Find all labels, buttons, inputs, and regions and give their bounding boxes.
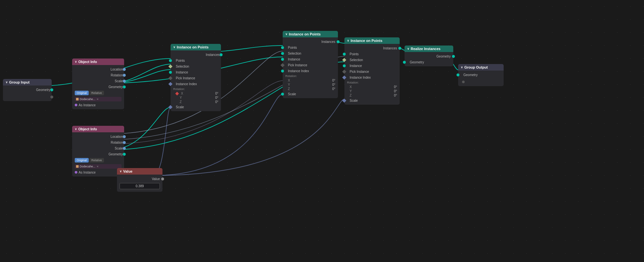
rot-z-row: Z 0° (176, 100, 218, 104)
object-info-1-title: Object Info (78, 60, 97, 64)
as-instance-socket-2 (75, 171, 77, 174)
rot-x-label: X (181, 92, 185, 95)
chevron-icon: ∨ (461, 66, 463, 69)
location-row: Location (72, 66, 124, 72)
group-input-body: Geometry (3, 85, 52, 101)
rot-x-row: X 0° (176, 91, 218, 96)
original-button[interactable]: Original (75, 91, 89, 95)
group-output-header: ∨ Group Output (458, 64, 504, 71)
pick-socket-2 (280, 63, 285, 67)
iop2-instances-row: Instances (283, 39, 338, 45)
tag-close[interactable]: ✕ (97, 98, 99, 101)
iop1-title: Instance on Points (177, 45, 209, 49)
iop3-points-row: Points (344, 51, 400, 57)
value-field-wrap: 0.389 (117, 182, 162, 190)
chevron-icon: ∨ (347, 39, 349, 42)
tag-close-2[interactable]: ✕ (97, 165, 99, 168)
relative-button[interactable]: Relative (89, 91, 104, 95)
iop1-instance-row: Instance (171, 69, 221, 75)
selection-label: Selection (173, 65, 189, 68)
object-info-1-body: Location Rotation Scale Geometry Origina… (72, 65, 124, 109)
iop1-index-row: Instance Index (171, 81, 221, 87)
rotation-row: Rotation (72, 72, 124, 78)
rot-y-val-2: 0° (332, 83, 335, 86)
tag-icon-2 (76, 165, 79, 168)
scale-row: Scale (72, 78, 124, 84)
location-row: Location (72, 134, 124, 139)
rot-z-label-2: Z (288, 87, 292, 91)
selection-socket-2 (281, 52, 284, 55)
selection-socket (168, 64, 173, 69)
location-label: Location (75, 135, 123, 138)
geometry-label: Geometry (75, 85, 123, 89)
points-label-2: Points (285, 46, 297, 49)
pick-label-3: Pick Instance (347, 70, 369, 73)
scale-socket-in-3 (342, 98, 346, 103)
points-socket-2 (281, 46, 284, 49)
extra-socket (50, 96, 53, 98)
scale-socket (123, 147, 126, 150)
geometry-row: Geometry (72, 84, 124, 90)
rotation-grid-2: X 0° Y 0° Z 0° (283, 78, 338, 91)
value-title: Value (123, 169, 133, 173)
instances-label: Instances (173, 53, 220, 57)
rotation-grid-1: X 0° Y 0° Z 0° (171, 91, 221, 104)
rot-x-row-3: X 0° (350, 85, 397, 89)
iop2-header: ∨ Instance on Points (283, 31, 338, 37)
rot-z-val-3: 0° (394, 94, 397, 97)
group-input-title: Group Input (9, 80, 30, 84)
iop2-scale-row: Scale (283, 91, 338, 97)
geometry-in-label: Geometry (407, 60, 424, 64)
iop2-index-row: Instance Index (283, 68, 338, 74)
as-instance-label: As Instance (79, 103, 96, 107)
realize-title: Realize Instances (411, 47, 441, 51)
mode-buttons-2: Original Relative (72, 157, 124, 164)
location-socket (123, 68, 126, 71)
rot-z-label-3: Z (350, 94, 354, 97)
iop3-selection-row: Selection (344, 57, 400, 63)
rot-y-label-3: Y (350, 89, 354, 93)
iop2-pick-row: Pick Instance (283, 62, 338, 68)
instance-on-points-3-node: ∨ Instance on Points Instances Points Se… (344, 37, 400, 105)
selection-label-2: Selection (285, 52, 301, 55)
geometry-socket (123, 85, 126, 88)
original-button-2[interactable]: Original (75, 158, 89, 163)
rotation-section: Rotation: (171, 87, 221, 91)
scale-socket-in (168, 105, 173, 109)
instance-on-points-2-node: ∨ Instance on Points Instances Points Se… (283, 31, 338, 98)
instance-label: Instance (173, 71, 188, 74)
instance-socket (169, 71, 172, 74)
index-socket (168, 82, 173, 86)
location-socket (123, 135, 126, 138)
value-body: Value 0.389 (117, 175, 162, 192)
geometry-in-socket (403, 61, 406, 64)
iop1-instances-row: Instances (171, 52, 221, 58)
chevron-icon: ∨ (173, 46, 175, 49)
realize-instances-node: ∨ Realize Instances Geometry Geometry (405, 46, 453, 66)
value-node: ∨ Value Value 0.389 (117, 168, 162, 192)
rotation-grid-3: X 0° Y 0° Z 0° (344, 85, 400, 98)
instances-label-3: Instances (347, 46, 397, 50)
relative-button-2[interactable]: Relative (89, 158, 104, 163)
iop1-header: ∨ Instance on Points (171, 44, 221, 50)
geometry-label: Geometry (75, 152, 123, 156)
object-tag-1: Dodecahe... ✕ (75, 97, 122, 101)
instance-label-3: Instance (347, 64, 362, 68)
instance-socket-2 (281, 58, 284, 61)
rotation-section-2: Rotation: (283, 74, 338, 78)
object-info-2-node: ∨ Object Info Location Rotation Scale Ge… (72, 126, 124, 177)
geometry-output-row: Geometry (3, 87, 52, 93)
value-field[interactable]: 0.389 (120, 183, 160, 189)
index-socket-2 (281, 70, 284, 72)
group-output-body: Geometry (458, 71, 504, 86)
extra-output-row (3, 94, 52, 100)
rot-x-val: 0° (215, 92, 218, 95)
rot-y-val: 0° (215, 96, 218, 99)
iop1-selection-row: Selection (171, 63, 221, 69)
iop2-points-row: Points (283, 45, 338, 50)
object-info-2-header: ∨ Object Info (72, 126, 124, 132)
as-instance-socket (75, 104, 77, 106)
iop1-points-row: Points (171, 58, 221, 63)
rot-y-row-2: Y 0° (288, 83, 335, 87)
as-instance-label-2: As Instance (79, 171, 96, 174)
